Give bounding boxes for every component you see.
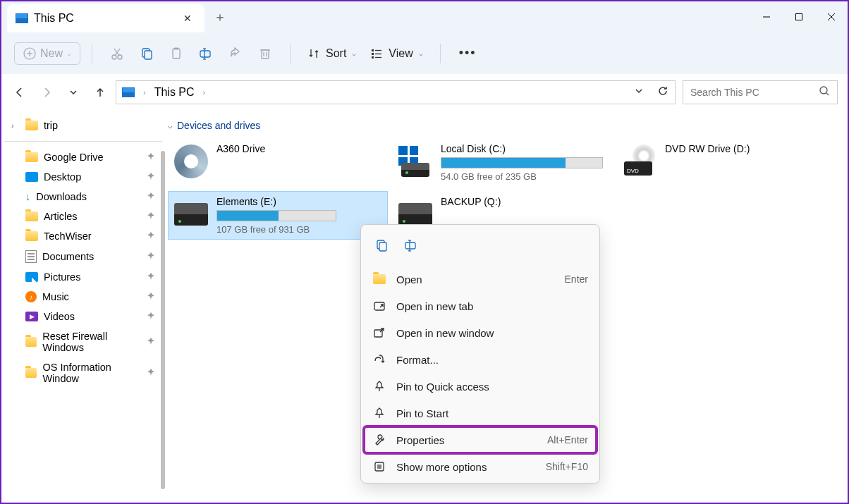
- sidebar-item[interactable]: TechWiser: [4, 226, 162, 246]
- cut-button[interactable]: [104, 40, 130, 67]
- tab-this-pc[interactable]: This PC ✕: [7, 4, 204, 32]
- picture-icon: [25, 272, 38, 282]
- view-icon: [370, 47, 383, 60]
- context-menu-item[interactable]: Open in new window: [364, 319, 597, 346]
- new-tab-icon: [373, 300, 386, 312]
- up-button[interactable]: [92, 84, 109, 101]
- sort-dropdown[interactable]: Sort ⌵: [302, 43, 362, 64]
- toolbar: New ⌵ Sort ⌵ View ⌵ •••: [1, 32, 848, 75]
- view-label: View: [389, 47, 413, 60]
- rename-button[interactable]: [193, 40, 219, 67]
- folder-icon: [25, 368, 37, 378]
- svg-point-8: [118, 55, 122, 59]
- sidebar-item-label: Downloads: [36, 191, 87, 202]
- dvd-icon: DVD: [623, 147, 656, 176]
- sidebar-item[interactable]: ↓Downloads: [4, 187, 162, 207]
- sidebar-item[interactable]: Reset Firewall Windows: [4, 326, 162, 357]
- svg-rect-25: [372, 56, 374, 59]
- search-input[interactable]: [690, 87, 819, 98]
- context-menu-item[interactable]: Pin to Quick access: [364, 373, 597, 400]
- sidebar-item[interactable]: Articles: [4, 207, 162, 226]
- tab-close-button[interactable]: ✕: [179, 13, 196, 24]
- context-menu-item[interactable]: Pin to Start: [364, 400, 597, 426]
- sidebar-item-label: Videos: [44, 311, 75, 322]
- address-bar[interactable]: › This PC ›: [116, 80, 676, 104]
- more-button[interactable]: •••: [452, 46, 484, 61]
- context-menu-item[interactable]: Open in new tab: [364, 293, 597, 319]
- search-icon[interactable]: [819, 85, 830, 99]
- pin-icon: [147, 172, 155, 183]
- sidebar-item[interactable]: Documents: [4, 246, 162, 267]
- menu-item-shortcut: Enter: [565, 273, 588, 285]
- cm-copy-button[interactable]: [368, 232, 395, 259]
- separator: [92, 44, 92, 63]
- separator: [440, 44, 441, 63]
- recent-button[interactable]: [65, 84, 82, 101]
- sidebar-item[interactable]: ♪Music: [4, 287, 162, 307]
- address-bar-row: › This PC ›: [1, 75, 848, 110]
- sidebar-item[interactable]: Pictures: [4, 267, 162, 287]
- document-icon: [25, 250, 37, 263]
- back-button[interactable]: [11, 84, 28, 101]
- pin-icon: [147, 292, 155, 302]
- maximize-button[interactable]: [783, 1, 815, 32]
- forward-button[interactable]: [38, 84, 55, 101]
- sidebar-item[interactable]: ▶Videos: [4, 307, 162, 326]
- section-devices-drives[interactable]: ⌵ Devices and drives: [168, 117, 842, 138]
- drive-item[interactable]: Elements (E:)107 GB free of 931 GB: [168, 191, 388, 240]
- menu-item-label: Open: [396, 273, 555, 285]
- copy-button[interactable]: [133, 40, 160, 67]
- paste-button[interactable]: [163, 40, 190, 67]
- menu-item-label: Properties: [396, 434, 537, 446]
- drive-item[interactable]: DVDDVD RW Drive (D:): [616, 138, 836, 187]
- folder-icon: [25, 337, 37, 347]
- share-button[interactable]: [222, 40, 249, 67]
- sidebar-item[interactable]: Desktop: [4, 167, 162, 187]
- svg-rect-24: [372, 53, 374, 55]
- view-dropdown[interactable]: View ⌵: [365, 43, 428, 64]
- sidebar-item-trip[interactable]: › trip: [4, 116, 162, 135]
- menu-item-shortcut: Alt+Enter: [547, 434, 588, 445]
- sidebar-item-label: Desktop: [44, 171, 81, 183]
- drive-item[interactable]: A360 Drive: [168, 138, 388, 187]
- context-menu-item[interactable]: OpenEnter: [364, 266, 597, 293]
- address-dropdown-button[interactable]: [634, 86, 644, 99]
- pin-icon: [147, 252, 155, 262]
- new-button[interactable]: New ⌵: [14, 42, 80, 65]
- sidebar: › trip Google DriveDesktop↓DownloadsArti…: [1, 110, 165, 503]
- context-menu-item[interactable]: Show more optionsShift+F10: [364, 453, 597, 480]
- chevron-right-icon[interactable]: ›: [143, 88, 146, 97]
- breadcrumb-this-pc[interactable]: This PC: [154, 86, 195, 99]
- sidebar-item[interactable]: Google Drive: [4, 147, 162, 167]
- expand-icon[interactable]: ›: [11, 121, 20, 130]
- drive-name: Elements (E:): [216, 196, 383, 207]
- svg-line-10: [114, 49, 119, 56]
- music-icon: ♪: [25, 291, 37, 302]
- sidebar-item[interactable]: OS Information Window: [4, 357, 162, 388]
- pin-icon: [373, 407, 386, 419]
- sidebar-item-label: TechWiser: [44, 231, 92, 242]
- refresh-button[interactable]: [656, 85, 669, 100]
- chevron-right-icon[interactable]: ›: [203, 88, 206, 97]
- sort-label: Sort: [326, 47, 346, 60]
- svg-rect-14: [174, 47, 178, 49]
- context-menu-item[interactable]: Format...: [364, 346, 597, 373]
- format-icon: [373, 353, 386, 366]
- drive-item[interactable]: Local Disk (C:)54.0 GB free of 235 GB: [392, 138, 612, 187]
- new-tab-button[interactable]: ＋: [204, 1, 236, 32]
- tab-title: This PC: [34, 12, 74, 25]
- close-button[interactable]: [815, 1, 848, 32]
- svg-rect-23: [372, 49, 374, 51]
- svg-line-30: [826, 93, 829, 95]
- search-box[interactable]: [683, 80, 838, 104]
- menu-item-label: Open in new tab: [396, 300, 588, 312]
- drive-usage-bar: [441, 157, 603, 168]
- sidebar-item-label: trip: [44, 120, 58, 131]
- pin-icon: [147, 312, 155, 322]
- cm-rename-button[interactable]: [398, 232, 424, 259]
- delete-button[interactable]: [252, 40, 279, 67]
- minimize-button[interactable]: [750, 1, 783, 32]
- svg-rect-15: [200, 51, 210, 57]
- context-menu-item[interactable]: PropertiesAlt+Enter: [364, 426, 597, 453]
- hdd-icon: [401, 163, 429, 177]
